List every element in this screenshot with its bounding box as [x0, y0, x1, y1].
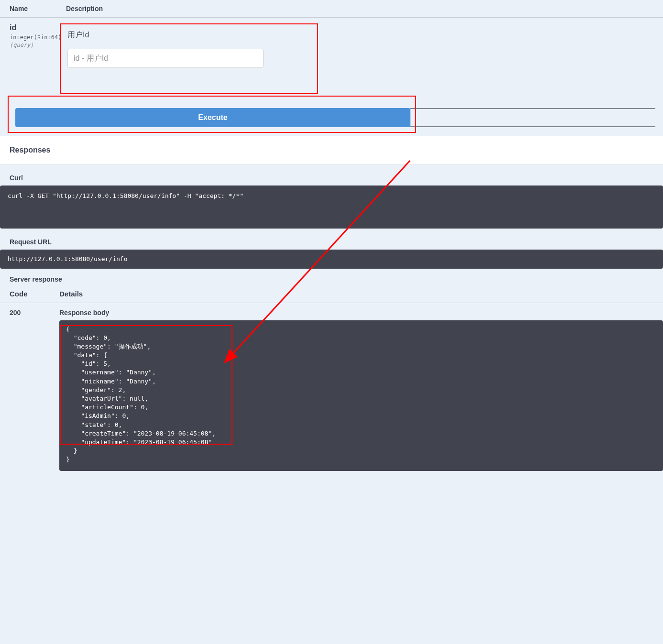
column-name-header: Name: [10, 5, 66, 12]
parameter-location: (query): [10, 42, 60, 48]
response-body-label: Response body: [59, 309, 663, 317]
clear-button[interactable]: [410, 108, 655, 127]
response-code: 200: [10, 309, 59, 471]
response-row: 200 Response body { "code": 0, "message"…: [0, 303, 663, 471]
parameter-name-cell: id integer($int64) (query): [10, 23, 60, 82]
code-column-header: Code: [10, 290, 59, 298]
response-body: { "code": 0, "message": "操作成功", "data": …: [59, 320, 663, 471]
parameter-row: id integer($int64) (query) 用户Id: [0, 18, 663, 92]
curl-label: Curl: [0, 164, 663, 186]
parameter-description-cell: 用户Id: [60, 23, 318, 82]
column-description-header: Description: [66, 5, 653, 12]
curl-command: curl -X GET "http://127.0.0.1:58080/user…: [0, 186, 663, 229]
parameter-name: id: [10, 23, 60, 32]
annotation-box-parameter: [60, 23, 318, 94]
parameter-type: integer($int64): [10, 34, 60, 41]
parameters-header: Name Description: [0, 0, 663, 18]
response-details: Response body { "code": 0, "message": "操…: [59, 309, 663, 471]
details-column-header: Details: [59, 290, 83, 298]
response-body-content: { "code": 0, "message": "操作成功", "data": …: [66, 326, 216, 463]
execute-area: Execute: [0, 96, 663, 134]
request-url-value: http://127.0.0.1:58080/user/info: [0, 250, 663, 269]
request-url-label: Request URL: [0, 229, 663, 250]
response-table-header: Code Details: [0, 288, 663, 303]
annotation-box-execute: [8, 96, 416, 133]
responses-header: Responses: [0, 136, 663, 164]
server-response-label: Server response: [0, 269, 663, 288]
